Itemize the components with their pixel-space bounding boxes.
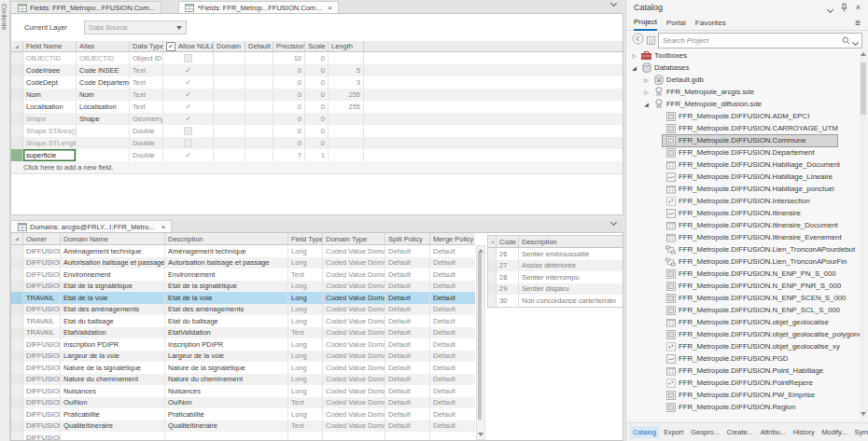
close-tab-icon[interactable]: × bbox=[161, 223, 166, 231]
code-cell[interactable]: 27 bbox=[497, 260, 519, 272]
col-domain-name[interactable]: Domain Name bbox=[61, 233, 165, 245]
catalog-tab-favorites[interactable]: Favorites bbox=[695, 16, 726, 30]
bottom-tab-catalog[interactable]: Catalog bbox=[630, 426, 659, 438]
allow-null-cell[interactable]: ✓ bbox=[163, 64, 214, 76]
tab-fields-inactive[interactable]: Fields: FFR_Metropo...FFUSION.Com... bbox=[10, 1, 161, 13]
data-type-cell[interactable]: Double bbox=[130, 149, 163, 161]
allow-null-cell[interactable]: ✓ bbox=[163, 76, 214, 89]
bottom-tab-modify[interactable]: Modify... bbox=[819, 426, 850, 438]
field-alias-cell[interactable]: OBJECTID bbox=[77, 52, 130, 64]
precision-cell[interactable]: 10 bbox=[273, 52, 305, 64]
field-row-handle[interactable] bbox=[11, 76, 23, 89]
field-type-cell[interactable]: Text bbox=[288, 420, 323, 433]
domain-row-handle[interactable] bbox=[11, 315, 23, 327]
domain-row-handle[interactable] bbox=[11, 420, 23, 433]
tree-item[interactable]: FFR_Metropole.DIFFUSION.ADM_EPCI bbox=[626, 110, 861, 122]
description-cell[interactable]: Autorisation balisage et passage bbox=[165, 257, 288, 269]
coded-value-row[interactable]: 28Sentier interrompu bbox=[488, 271, 623, 283]
field-alias-cell[interactable]: Code INSEE bbox=[77, 64, 130, 76]
default-cell[interactable] bbox=[245, 52, 273, 64]
field-alias-cell[interactable] bbox=[77, 125, 130, 137]
owner-cell[interactable]: TRAVAIL bbox=[23, 292, 61, 304]
tree-item[interactable]: FFR_Metropole.DIFFUSION.Itineraire_Docum… bbox=[626, 219, 861, 231]
domain-row-handle[interactable] bbox=[11, 245, 23, 257]
precision-cell[interactable]: 0 bbox=[273, 137, 305, 149]
allow-null-cell[interactable]: ✓ bbox=[163, 101, 214, 113]
merge-policy-cell[interactable]: Default bbox=[430, 385, 475, 397]
domain-row[interactable]: DIFFUSIONNature du cheminementNature du … bbox=[11, 374, 476, 386]
tree-item[interactable]: ▷FFR_Metropole_arcgis.sde bbox=[626, 86, 861, 98]
field-name-cell[interactable]: CodeDept bbox=[23, 76, 77, 89]
domain-row-handle[interactable] bbox=[11, 397, 23, 409]
split-policy-cell[interactable]: Default bbox=[385, 292, 430, 304]
code-cell[interactable]: 26 bbox=[497, 248, 519, 260]
field-type-cell[interactable]: Long bbox=[288, 292, 323, 304]
domain-type-cell[interactable]: Coded Value Domain bbox=[323, 315, 385, 327]
domain-cell[interactable] bbox=[214, 89, 245, 101]
field-row-handle[interactable] bbox=[11, 137, 23, 149]
domain-name-cell[interactable]: Environnement bbox=[61, 269, 165, 281]
code-row-handle[interactable] bbox=[488, 283, 497, 296]
field-row-handle[interactable] bbox=[11, 113, 23, 125]
field-type-cell[interactable]: Long bbox=[288, 408, 323, 420]
domain-row-handle[interactable] bbox=[11, 385, 23, 397]
col-description[interactable]: Description bbox=[165, 233, 288, 245]
field-type-cell[interactable]: Long bbox=[288, 385, 323, 397]
field-row-handle[interactable] bbox=[11, 64, 23, 76]
domain-cell[interactable] bbox=[214, 113, 245, 125]
tab-domains[interactable]: Domains: arcgis@FRLY...I:FFR_Metro... × bbox=[10, 220, 172, 232]
data-type-cell[interactable]: Double bbox=[130, 125, 163, 137]
col-owner[interactable]: Owner bbox=[23, 233, 61, 245]
split-policy-cell[interactable]: Default bbox=[385, 257, 430, 269]
col-data-type[interactable]: Data Type bbox=[130, 41, 163, 52]
domain-type-cell[interactable]: Coded Value Domain bbox=[323, 245, 385, 257]
domain-row[interactable]: DIFFUSIONQualiteItineraireQualiteItinera… bbox=[11, 420, 476, 433]
domain-row[interactable]: DIFFUSIONAutorisation balisage et passag… bbox=[11, 257, 476, 269]
codes-corner-cell[interactable] bbox=[488, 236, 497, 248]
owner-cell[interactable]: DIFFUSION bbox=[23, 257, 61, 269]
field-row-handle[interactable] bbox=[11, 149, 23, 161]
domain-row[interactable]: DIFFUSIONEtat des aménagementsEtat des a… bbox=[11, 304, 476, 316]
coded-value-row[interactable]: 27Assise détériorée bbox=[488, 260, 623, 272]
split-policy-cell[interactable]: Default bbox=[385, 304, 430, 316]
field-name-cell[interactable]: Shape.STArea() bbox=[23, 125, 77, 137]
catalog-tab-portal[interactable]: Portal bbox=[666, 16, 686, 30]
description-cell[interactable]: Etat des aménagements bbox=[165, 304, 288, 316]
length-cell[interactable]: 3 bbox=[329, 76, 364, 89]
owner-cell[interactable]: DIFFUSION bbox=[23, 281, 61, 293]
split-policy-cell[interactable]: Default bbox=[385, 374, 430, 386]
owner-cell[interactable]: TRAVAIL bbox=[23, 315, 61, 327]
tree-item[interactable]: FFR_Metropole.DIFFUSION.PW_Emprise bbox=[626, 389, 861, 401]
domain-type-cell[interactable]: Coded Value Domain bbox=[323, 397, 385, 409]
domains-pane-collapse-icon[interactable] bbox=[611, 212, 616, 228]
tree-item[interactable]: FFR_Metropole.DIFFUSION.PGD bbox=[626, 352, 861, 365]
field-type-cell[interactable]: Text bbox=[288, 269, 323, 281]
split-policy-cell[interactable]: Default bbox=[385, 397, 430, 409]
description-cell[interactable]: Nature du cheminement bbox=[165, 374, 288, 386]
length-cell[interactable] bbox=[329, 113, 364, 125]
merge-policy-cell[interactable]: Default bbox=[430, 374, 475, 386]
data-type-cell[interactable]: Text bbox=[130, 76, 163, 89]
col-merge-policy[interactable]: Merge Policy bbox=[430, 233, 475, 245]
domain-type-cell[interactable]: Coded Value Domain bbox=[323, 257, 385, 269]
description-cell[interactable]: Nuisances bbox=[165, 385, 288, 397]
code-row-handle[interactable] bbox=[488, 260, 497, 272]
domain-name-cell[interactable] bbox=[61, 432, 165, 441]
tree-item[interactable]: FFR_Metropole.DIFFUSION.Itineraire bbox=[626, 207, 861, 219]
precision-cell[interactable]: 0 bbox=[273, 101, 305, 113]
split-policy-cell[interactable]: Default bbox=[385, 338, 430, 351]
allow-null-cell[interactable]: ✓ bbox=[163, 113, 214, 125]
domain-type-cell[interactable]: Coded Value Domain bbox=[323, 327, 385, 339]
domain-type-cell[interactable]: Coded Value Domain bbox=[323, 420, 385, 433]
merge-policy-cell[interactable]: Default bbox=[430, 338, 475, 351]
domain-cell[interactable] bbox=[214, 64, 245, 76]
field-name-cell[interactable]: OBJECTID bbox=[23, 52, 77, 64]
domain-row[interactable]: DIFFUSIONAménagement techniqueAménagemen… bbox=[11, 245, 476, 257]
merge-policy-cell[interactable]: Default bbox=[430, 304, 475, 316]
domain-row[interactable]: DIFFUSIONInscription PDIPRInscription PD… bbox=[11, 338, 476, 351]
domain-type-cell[interactable] bbox=[323, 432, 385, 441]
field-name-cell[interactable]: Shape bbox=[23, 113, 77, 125]
tree-item[interactable]: ▷Default.gdb bbox=[626, 74, 861, 86]
description-cell[interactable]: EtatValidation bbox=[165, 327, 288, 339]
search-options-icon[interactable] bbox=[853, 32, 858, 48]
